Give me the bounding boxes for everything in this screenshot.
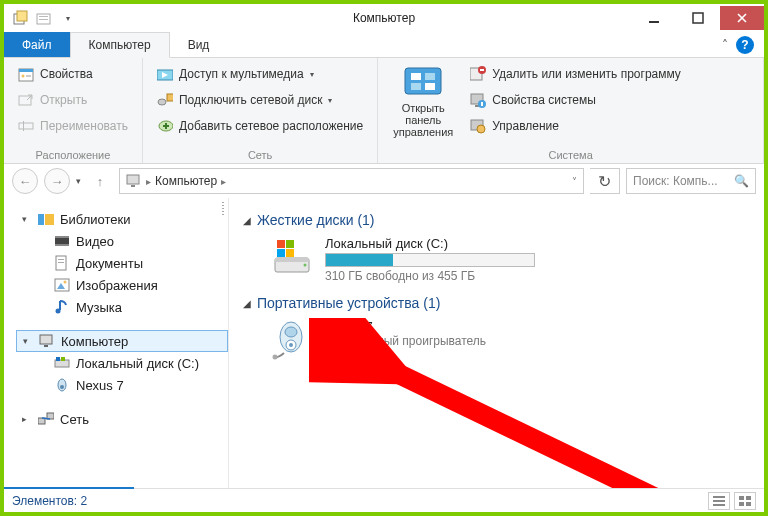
media-access-button[interactable]: Доступ к мультимедиа ▾ (153, 62, 367, 86)
minimize-button[interactable] (632, 6, 676, 30)
svg-rect-25 (425, 83, 435, 90)
tab-computer[interactable]: Компьютер (70, 32, 170, 58)
manage-button[interactable]: Управление (466, 114, 685, 138)
manage-icon (470, 118, 486, 134)
chevron-right-icon[interactable]: ▸ (221, 176, 226, 187)
history-dropdown-icon[interactable]: ▾ (76, 176, 81, 186)
sidebar-item-computer[interactable]: ▾ Компьютер (16, 330, 228, 352)
svg-rect-43 (58, 259, 64, 260)
up-button[interactable]: ↑ (87, 168, 113, 194)
search-input[interactable]: Поиск: Компь... 🔍 (626, 168, 756, 194)
network-icon (38, 411, 54, 427)
qat-dropdown-icon[interactable]: ▾ (58, 8, 78, 28)
chevron-right-icon[interactable]: ▸ (146, 176, 151, 187)
window-title: Компьютер (353, 11, 415, 25)
manage-label: Управление (492, 119, 559, 133)
control-panel-button[interactable]: Открыть панель управления (388, 62, 458, 147)
svg-rect-5 (649, 21, 659, 23)
tab-file[interactable]: Файл (4, 32, 70, 57)
music-icon (54, 299, 70, 315)
disk-icon (54, 355, 70, 371)
body: ▾ Библиотеки Видео Документы Изображения… (4, 198, 764, 488)
portable-heading[interactable]: ◢ Портативные устройства (1) (243, 295, 750, 311)
breadcrumb[interactable]: ▸ Компьютер ▸ ˅ (119, 168, 584, 194)
sidebar-item-pictures[interactable]: Изображения (16, 274, 228, 296)
expand-icon[interactable]: ▾ (22, 214, 32, 224)
collapse-icon[interactable]: ◢ (243, 298, 251, 309)
add-location-icon (157, 118, 173, 134)
svg-rect-35 (127, 175, 139, 184)
disk-name: Локальный диск (C:) (325, 236, 535, 251)
svg-rect-17 (167, 94, 173, 101)
view-details-button[interactable] (708, 492, 730, 510)
sidebar-item-video[interactable]: Видео (16, 230, 228, 252)
open-button: Открыть (14, 88, 132, 112)
ribbon-tabs: Файл Компьютер Вид ˄ ? (4, 32, 764, 58)
pictures-label: Изображения (76, 278, 158, 293)
window-buttons (632, 6, 764, 30)
back-button[interactable]: ← (12, 168, 38, 194)
svg-rect-36 (131, 185, 135, 187)
svg-rect-40 (55, 236, 69, 238)
sidebar-item-nexus[interactable]: Nexus 7 (16, 374, 228, 396)
main-pane: ◢ Жесткие диски (1) Локальный диск (C:) … (229, 198, 764, 488)
documents-label: Документы (76, 256, 143, 271)
open-icon (18, 92, 34, 108)
svg-rect-61 (277, 240, 285, 248)
close-button[interactable] (720, 6, 764, 30)
tab-view[interactable]: Вид (170, 32, 228, 57)
sys-props-label: Свойства системы (492, 93, 596, 107)
breadcrumb-item[interactable]: Компьютер (155, 174, 217, 188)
svg-point-55 (60, 385, 64, 389)
expand-icon[interactable]: ▸ (22, 414, 32, 424)
svg-rect-12 (19, 123, 33, 129)
collapse-icon[interactable]: ◢ (243, 215, 251, 226)
svg-rect-1 (17, 11, 27, 21)
disk-c-entry[interactable]: Локальный диск (C:) 310 ГБ свободно из 4… (271, 236, 750, 283)
add-location-button[interactable]: Добавить сетевое расположение (153, 114, 367, 138)
svg-point-34 (477, 125, 485, 133)
pictures-icon (54, 277, 70, 293)
svg-rect-64 (286, 249, 294, 257)
svg-rect-74 (713, 504, 725, 506)
hard-disks-heading[interactable]: ◢ Жесткие диски (1) (243, 212, 750, 228)
sidebar-item-documents[interactable]: Документы (16, 252, 228, 274)
qat-properties-icon[interactable] (10, 8, 30, 28)
sidebar-item-music[interactable]: Музыка (16, 296, 228, 318)
music-label: Музыка (76, 300, 122, 315)
nexus-entry[interactable]: Nexus 7 Портативный проигрыватель (271, 319, 750, 361)
group-network-label: Сеть (153, 147, 367, 161)
sidebar: ▾ Библиотеки Видео Документы Изображения… (4, 198, 229, 488)
properties-button[interactable]: Свойства (14, 62, 132, 86)
expand-icon[interactable]: ▾ (23, 336, 33, 346)
svg-point-60 (304, 264, 307, 267)
svg-point-48 (56, 309, 61, 314)
control-panel-label: Открыть панель управления (388, 102, 458, 138)
map-drive-label: Подключить сетевой диск (179, 93, 322, 107)
svg-point-68 (289, 343, 293, 347)
qat-newfolder-icon[interactable] (34, 8, 54, 28)
help-icon[interactable]: ? (736, 36, 754, 54)
refresh-button[interactable]: ↻ (590, 168, 620, 194)
rename-button: Переименовать (14, 114, 132, 138)
chevron-down-icon[interactable]: ˅ (572, 176, 577, 187)
ribbon-collapse-icon[interactable]: ˄ (722, 38, 728, 52)
svg-rect-4 (39, 19, 48, 20)
chevron-down-icon: ▾ (310, 70, 314, 79)
svg-rect-6 (693, 13, 703, 23)
uninstall-button[interactable]: Удалить или изменить программу (466, 62, 685, 86)
sys-props-button[interactable]: Свойства системы (466, 88, 685, 112)
forward-button[interactable]: → (44, 168, 70, 194)
rename-label: Переименовать (40, 119, 128, 133)
sidebar-item-disk-c[interactable]: Локальный диск (C:) (16, 352, 228, 374)
ribbon: Свойства Открыть Переименовать Расположе… (4, 58, 764, 164)
view-icons-button[interactable] (734, 492, 756, 510)
maximize-button[interactable] (676, 6, 720, 30)
player-icon (271, 319, 313, 361)
sidebar-item-network[interactable]: ▸ Сеть (16, 408, 228, 430)
svg-rect-75 (739, 496, 744, 500)
map-drive-button[interactable]: Подключить сетевой диск ▾ (153, 88, 367, 112)
sidebar-item-libraries[interactable]: ▾ Библиотеки (16, 208, 228, 230)
media-icon (157, 66, 173, 82)
sidebar-resize-handle[interactable] (220, 198, 228, 488)
